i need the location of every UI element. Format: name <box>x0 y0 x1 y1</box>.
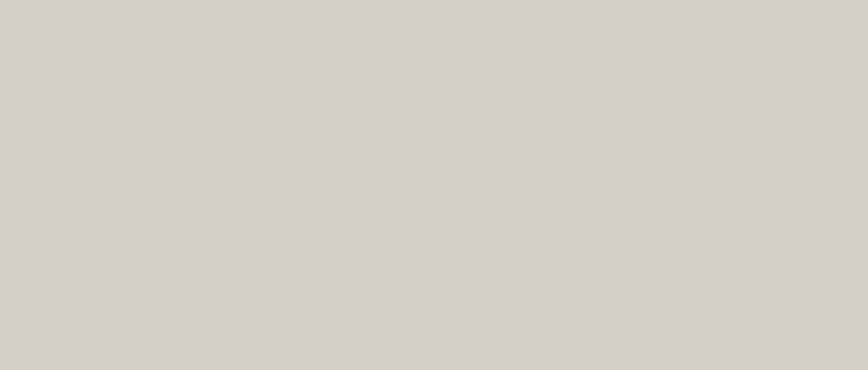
trading-workspace <box>0 0 868 370</box>
